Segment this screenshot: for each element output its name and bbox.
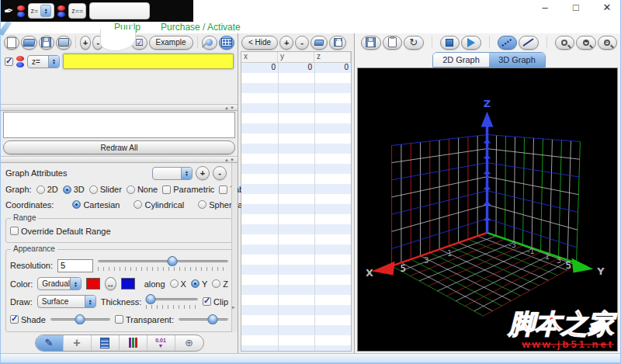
splitter-handle[interactable]: ▲▼: [1, 104, 238, 111]
open-table-button[interactable]: [310, 36, 328, 50]
resolution-input[interactable]: [57, 259, 93, 272]
equation-input[interactable]: [63, 54, 234, 69]
fragment-label: z=: [31, 7, 39, 15]
show-table-button[interactable]: [219, 36, 234, 50]
stop-button[interactable]: [440, 36, 460, 50]
maximize-button[interactable]: □: [569, 2, 583, 13]
equation-type-dropdown[interactable]: z= ▲▼: [27, 55, 60, 68]
red-blue-dots-icon: [17, 5, 25, 17]
remove-row-button[interactable]: -: [295, 36, 309, 50]
svg-text:3: 3: [424, 256, 428, 265]
cell-z[interactable]: 0: [314, 63, 351, 73]
checkbox-parametric[interactable]: Parametric: [162, 185, 214, 194]
resolution-row: Resolution:: [10, 256, 228, 275]
rotate-icon: ↻: [409, 37, 418, 47]
equation-fragment[interactable]: z==: [68, 3, 86, 19]
radio-3d[interactable]: 3D: [63, 185, 85, 194]
cell-y[interactable]: 0: [278, 63, 314, 73]
draw-mode-dropdown[interactable]: Surface ▲▼: [37, 295, 96, 308]
color-label: Color:: [10, 279, 33, 289]
radio-cartesian[interactable]: Cartesian: [72, 200, 120, 210]
solid-line-tool-button[interactable]: [519, 36, 539, 50]
table-header: x y z: [241, 52, 351, 63]
new-document-button[interactable]: [4, 36, 19, 50]
example-button[interactable]: Example: [149, 36, 193, 50]
panel-scrollbar[interactable]: [231, 163, 238, 332]
close-button[interactable]: ✕: [600, 2, 614, 13]
column-header-x[interactable]: x: [241, 52, 278, 62]
remove-preset-button[interactable]: -: [213, 166, 227, 180]
thickness-slider[interactable]: [146, 294, 198, 305]
zoom-in-button[interactable]: [576, 36, 596, 50]
graph-type-label: Graph:: [5, 185, 32, 194]
table-row[interactable]: 0 0 0: [241, 63, 351, 73]
transparent-slider[interactable]: [179, 314, 228, 325]
redraw-all-button[interactable]: Redraw All: [3, 140, 235, 154]
color-from-swatch[interactable]: [86, 278, 100, 289]
dotted-line-tool-button[interactable]: [498, 36, 518, 50]
copy-button[interactable]: [383, 36, 403, 50]
radio-slider[interactable]: Slider: [89, 185, 122, 194]
tab-precision[interactable]: 0.01▼: [147, 335, 175, 351]
radio-none[interactable]: None: [127, 185, 158, 194]
resolution-label: Resolution:: [10, 261, 53, 270]
radio-along-y[interactable]: Y: [191, 279, 207, 289]
rotate-button[interactable]: ↻: [404, 36, 424, 50]
calculator-icon: [100, 338, 109, 348]
pencil-icon: ✎: [45, 338, 54, 348]
tab-calculator[interactable]: [92, 335, 120, 351]
shade-checkbox[interactable]: Shade: [10, 315, 46, 324]
splitter-handle[interactable]: ▲▼: [1, 156, 238, 163]
cell-x[interactable]: 0: [241, 63, 278, 73]
pin-button[interactable]: [202, 36, 217, 50]
radio-along-z[interactable]: Z: [212, 279, 228, 289]
save-file-button[interactable]: [39, 36, 54, 50]
save-image-button[interactable]: [361, 36, 381, 50]
radio-cylindrical[interactable]: Cylindrical: [134, 200, 184, 210]
resolution-slider[interactable]: [98, 256, 228, 267]
swap-colors-button[interactable]: ↔: [105, 277, 116, 290]
message-area: [3, 112, 235, 138]
color-mode-dropdown[interactable]: Gradual ▲▼: [37, 277, 82, 290]
zoom-tool-button[interactable]: [555, 36, 575, 50]
table-body[interactable]: 0 0 0: [241, 63, 351, 351]
add-equation-button[interactable]: +: [80, 36, 91, 50]
menu-purchase-activate[interactable]: Purchase / Activate: [161, 22, 241, 33]
svg-text:1: 1: [545, 252, 550, 261]
color-to-swatch[interactable]: [121, 278, 135, 289]
transparent-checkbox[interactable]: Transparent:: [115, 315, 174, 324]
radio-along-x[interactable]: X: [170, 279, 186, 289]
equation-enabled-checkbox[interactable]: [5, 57, 13, 66]
tab-equations[interactable]: ✎: [36, 335, 64, 351]
export-button[interactable]: [56, 36, 71, 50]
tab-axes[interactable]: +: [64, 335, 92, 351]
save-table-button[interactable]: [329, 36, 346, 50]
column-header-y[interactable]: y: [278, 52, 314, 62]
points-table: x y z 0 0 0: [241, 51, 352, 352]
equation-selector-fragment[interactable]: z= ▲▼: [28, 3, 55, 19]
add-row-button[interactable]: +: [279, 36, 293, 50]
tab-3d-graph[interactable]: 3D Graph: [489, 53, 545, 67]
hide-table-button[interactable]: < Hide: [241, 36, 278, 50]
add-preset-button[interactable]: +: [196, 166, 210, 180]
radio-2d[interactable]: 2D: [36, 185, 58, 194]
play-button[interactable]: [461, 36, 481, 50]
range-group: Range Override Default Range: [5, 218, 233, 244]
clip-checkbox[interactable]: Clip: [203, 297, 228, 307]
graph-canvas[interactable]: XYZ5531-3-113 脚本之家 www.jb51.net: [357, 68, 618, 352]
preset-dropdown[interactable]: ▲▼: [152, 167, 193, 180]
minimize-button[interactable]: –: [538, 2, 552, 13]
tab-web[interactable]: ⊕: [175, 335, 203, 351]
appearance-group: Appearance Resolution: Color: Gradual: [5, 249, 233, 332]
column-header-z[interactable]: z: [314, 52, 351, 62]
tab-library[interactable]: [120, 335, 147, 351]
tab-2d-graph[interactable]: 2D Graph: [433, 53, 489, 67]
svg-text:1: 1: [447, 249, 452, 258]
panel-gap: [1, 71, 238, 104]
window-controls: – □ ✕: [538, 2, 614, 13]
override-range-checkbox[interactable]: Override Default Range: [10, 227, 111, 236]
zoom-out-button[interactable]: [598, 36, 618, 50]
shade-slider[interactable]: [50, 314, 110, 325]
open-file-button[interactable]: [21, 36, 36, 50]
radio-spherical[interactable]: Spherical: [198, 200, 245, 210]
